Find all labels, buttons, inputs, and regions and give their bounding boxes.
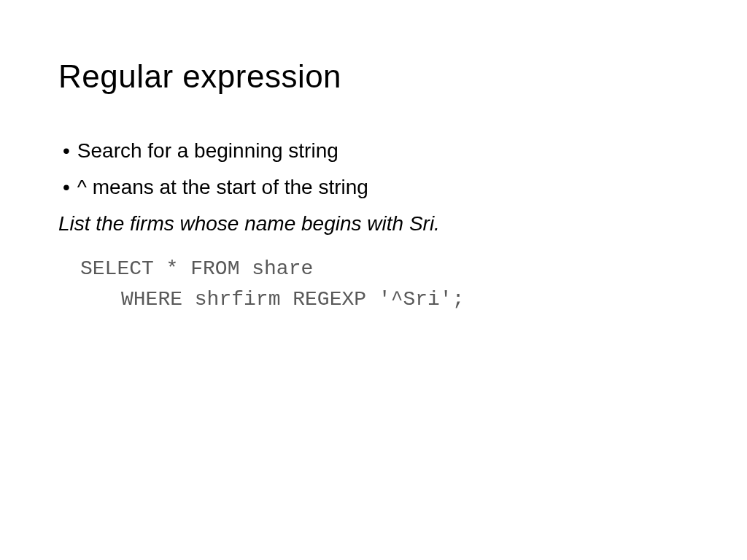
slide-content: • Search for a beginning string • ^ mean… (58, 136, 689, 315)
bullet-item: • ^ means at the start of the string (58, 172, 689, 203)
bullet-text: Search for a beginning string (77, 136, 338, 166)
bullet-marker: • (63, 136, 70, 166)
bullet-item: • Search for a beginning string (58, 136, 689, 166)
slide-title: Regular expression (58, 58, 689, 95)
example-description: List the firms whose name begins with Sr… (58, 209, 689, 239)
code-line: WHERE shrfirm REGEXP '^Sri'; (121, 284, 689, 315)
code-line: SELECT * FROM share (80, 254, 689, 284)
bullet-marker: • (63, 172, 70, 203)
bullet-text: ^ means at the start of the string (77, 172, 368, 203)
code-block: SELECT * FROM share WHERE shrfirm REGEXP… (80, 254, 689, 315)
